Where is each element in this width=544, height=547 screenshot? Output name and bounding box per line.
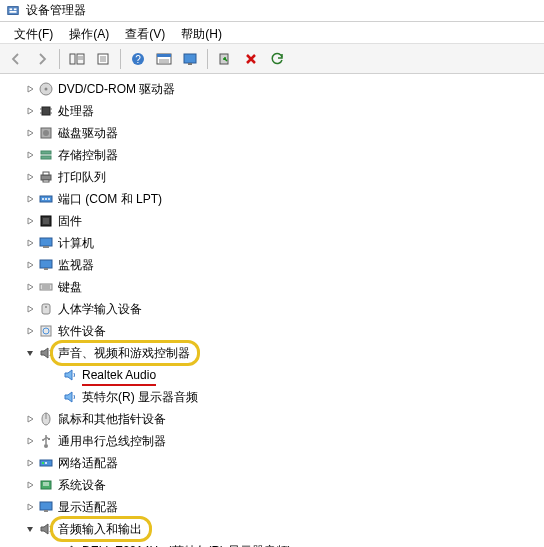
keyboard-icon: [38, 279, 54, 295]
window-title: 设备管理器: [26, 2, 86, 19]
tree-item-label: 处理器: [58, 100, 94, 122]
tree-item[interactable]: 声音、视频和游戏控制器: [10, 342, 542, 364]
svg-point-38: [48, 198, 50, 200]
usb-icon: [38, 433, 54, 449]
expand-icon[interactable]: [24, 149, 36, 161]
console-button[interactable]: [178, 47, 202, 71]
details-button[interactable]: [152, 47, 176, 71]
forward-button[interactable]: [30, 47, 54, 71]
expand-icon[interactable]: [24, 105, 36, 117]
svg-point-49: [45, 306, 47, 308]
svg-rect-0: [8, 6, 19, 14]
app-icon: [6, 4, 20, 18]
svg-rect-31: [41, 156, 51, 159]
tree-item-label: 软件设备: [58, 320, 106, 342]
mouse-icon: [38, 411, 54, 427]
menu-view[interactable]: 查看(V): [117, 24, 173, 41]
cpu-icon: [38, 103, 54, 119]
svg-rect-57: [48, 438, 50, 440]
tree-item[interactable]: 磁盘驱动器: [10, 122, 542, 144]
expand-icon[interactable]: [24, 127, 36, 139]
system-icon: [38, 477, 54, 493]
expand-icon[interactable]: [24, 237, 36, 249]
tree-item-label: 打印队列: [58, 166, 106, 188]
firmware-icon: [38, 213, 54, 229]
svg-point-56: [42, 439, 44, 441]
tree-item[interactable]: 存储控制器: [10, 144, 542, 166]
tree-item[interactable]: 网络适配器: [10, 452, 542, 474]
expand-icon[interactable]: [24, 303, 36, 315]
tree-item[interactable]: 通用串行总线控制器: [10, 430, 542, 452]
tree-item-label: 鼠标和其他指针设备: [58, 408, 166, 430]
menu-help[interactable]: 帮助(H): [173, 24, 230, 41]
tree-item[interactable]: 系统设备: [10, 474, 542, 496]
svg-rect-3: [10, 11, 17, 13]
svg-rect-65: [44, 510, 48, 512]
help-button[interactable]: ?: [126, 47, 150, 71]
svg-rect-19: [188, 63, 192, 65]
tree-item[interactable]: 鼠标和其他指针设备: [10, 408, 542, 430]
menu-action[interactable]: 操作(A): [61, 24, 117, 41]
svg-rect-23: [42, 107, 50, 115]
audioio-icon: [38, 521, 54, 537]
expand-icon[interactable]: [24, 171, 36, 183]
refresh-button[interactable]: [265, 47, 289, 71]
show-hide-button[interactable]: [65, 47, 89, 71]
expand-icon[interactable]: [24, 457, 36, 469]
expand-icon[interactable]: [24, 413, 36, 425]
tree-child-item[interactable]: DELL E2214Hv (英特尔(R) 显示器音频): [10, 540, 542, 547]
printer-icon: [38, 169, 54, 185]
tree-item[interactable]: 固件: [10, 210, 542, 232]
monitor-icon: [38, 257, 54, 273]
expand-icon[interactable]: [24, 435, 36, 447]
remove-button[interactable]: [239, 47, 263, 71]
collapse-icon[interactable]: [24, 523, 36, 535]
tree-child-item[interactable]: Realtek Audio: [10, 364, 542, 386]
tree-item[interactable]: 显示适配器: [10, 496, 542, 518]
back-button[interactable]: [4, 47, 28, 71]
collapse-icon[interactable]: [24, 347, 36, 359]
tree-child-label: 英特尔(R) 显示器音频: [82, 386, 198, 408]
menu-file[interactable]: 文件(F): [6, 24, 61, 41]
expand-icon[interactable]: [24, 479, 36, 491]
menubar: 文件(F) 操作(A) 查看(V) 帮助(H): [0, 22, 544, 44]
tree-item[interactable]: 软件设备: [10, 320, 542, 342]
expand-icon[interactable]: [24, 83, 36, 95]
tree-item-label: 音频输入和输出: [58, 518, 142, 540]
svg-rect-48: [42, 304, 50, 314]
properties-button[interactable]: [91, 47, 115, 71]
scan-button[interactable]: [213, 47, 237, 71]
tree-item[interactable]: DVD/CD-ROM 驱动器: [10, 78, 542, 100]
disc-icon: [38, 81, 54, 97]
tree-item[interactable]: 打印队列: [10, 166, 542, 188]
expand-icon[interactable]: [24, 281, 36, 293]
tree-item-label: 系统设备: [58, 474, 106, 496]
tree-item[interactable]: 端口 (COM 和 LPT): [10, 188, 542, 210]
expand-icon[interactable]: [24, 501, 36, 513]
expand-icon[interactable]: [24, 259, 36, 271]
tree-item[interactable]: 人体学输入设备: [10, 298, 542, 320]
svg-rect-64: [40, 502, 52, 510]
tree-item-label: 端口 (COM 和 LPT): [58, 188, 162, 210]
tree-item[interactable]: 音频输入和输出: [10, 518, 542, 540]
tree-item[interactable]: 键盘: [10, 276, 542, 298]
computer-icon: [38, 235, 54, 251]
svg-rect-45: [40, 284, 52, 290]
hid-icon: [38, 301, 54, 317]
svg-rect-18: [184, 54, 196, 63]
titlebar: 设备管理器: [0, 0, 544, 22]
tree-item[interactable]: 处理器: [10, 100, 542, 122]
expand-icon[interactable]: [24, 215, 36, 227]
svg-point-37: [45, 198, 47, 200]
device-tree[interactable]: DVD/CD-ROM 驱动器处理器磁盘驱动器存储控制器打印队列端口 (COM 和…: [0, 74, 544, 547]
svg-rect-42: [43, 246, 49, 248]
svg-rect-41: [40, 238, 52, 246]
expand-icon[interactable]: [24, 325, 36, 337]
toolbar: ?: [0, 44, 544, 74]
tree-item[interactable]: 监视器: [10, 254, 542, 276]
tree-item[interactable]: 计算机: [10, 232, 542, 254]
tree-item-label: 固件: [58, 210, 82, 232]
expand-icon[interactable]: [24, 193, 36, 205]
tree-child-item[interactable]: 英特尔(R) 显示器音频: [10, 386, 542, 408]
svg-point-54: [44, 444, 48, 448]
